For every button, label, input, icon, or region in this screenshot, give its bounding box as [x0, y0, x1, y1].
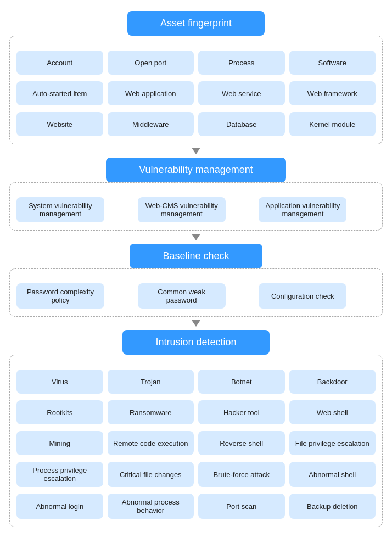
list-item: Hacker tool — [198, 400, 285, 424]
list-item: Port scan — [198, 494, 285, 519]
list-item: Critical file changes — [108, 462, 194, 487]
list-item: Backup deletion — [289, 494, 376, 519]
arrow-3 — [192, 320, 200, 327]
intrusion-grid-4: Process privilege escalation Critical fi… — [16, 462, 376, 487]
list-item: Account — [16, 51, 103, 75]
list-item: Open port — [108, 51, 194, 75]
vulnerability-management-section: System vulnerability management Web-CMS … — [9, 182, 383, 231]
list-item: Process — [198, 51, 285, 75]
diagram: Asset fingerprint Account Open port Proc… — [9, 11, 383, 532]
list-item: Abnormal login — [16, 494, 103, 519]
list-item: Software — [289, 51, 376, 75]
list-item: Web shell — [289, 400, 376, 424]
list-item: Remote code execution — [108, 431, 194, 455]
list-item: Virus — [16, 370, 103, 394]
list-item: Application vulnerability management — [259, 197, 346, 222]
vulnerability-grid: System vulnerability management Web-CMS … — [16, 197, 376, 222]
list-item: Reverse shell — [198, 431, 285, 455]
list-item: Common weak password — [138, 283, 226, 309]
list-item: Rootkits — [16, 400, 103, 424]
baseline-grid: Password complexity policy Common weak p… — [16, 283, 376, 309]
list-item: Botnet — [198, 370, 285, 394]
list-item: Website — [16, 112, 103, 136]
list-item: Brute-force attack — [198, 462, 285, 487]
intrusion-grid-1: Virus Trojan Botnet Backdoor — [16, 370, 376, 394]
asset-fingerprint-grid-3: Website Middleware Database Kernel modul… — [16, 112, 376, 136]
list-item: Kernel module — [289, 112, 376, 136]
vulnerability-management-header: Vulnerability management — [106, 158, 285, 182]
intrusion-grid-3: Mining Remote code execution Reverse she… — [16, 431, 376, 455]
baseline-check-section: Password complexity policy Common weak p… — [9, 268, 383, 317]
list-item: Web-CMS vulnerability management — [138, 197, 226, 222]
list-item: Abnormal shell — [289, 462, 376, 487]
intrusion-detection-header: Intrusion detection — [122, 330, 269, 355]
list-item: Configuration check — [259, 283, 346, 309]
list-item: File privilege escalation — [289, 431, 376, 455]
intrusion-detection-section: Virus Trojan Botnet Backdoor Rootkits Ra… — [9, 355, 383, 527]
list-item: Database — [198, 112, 285, 136]
arrow-2 — [192, 234, 200, 240]
arrow-1 — [192, 148, 200, 154]
list-item: System vulnerability management — [16, 197, 104, 222]
list-item: Ransomware — [108, 400, 194, 424]
baseline-check-header: Baseline check — [130, 244, 262, 268]
list-item: Web application — [108, 81, 194, 105]
list-item: Password complexity policy — [16, 283, 104, 309]
asset-fingerprint-header: Asset fingerprint — [127, 11, 265, 36]
list-item: Web service — [198, 81, 285, 105]
list-item: Process privilege escalation — [16, 462, 103, 487]
list-item: Middleware — [108, 112, 194, 136]
list-item: Auto-started item — [16, 81, 103, 105]
intrusion-grid-2: Rootkits Ransomware Hacker tool Web shel… — [16, 400, 376, 424]
list-item: Mining — [16, 431, 103, 455]
asset-fingerprint-section: Account Open port Process Software Auto-… — [9, 36, 383, 144]
intrusion-grid-5: Abnormal login Abnormal process behavior… — [16, 494, 376, 519]
list-item: Backdoor — [289, 370, 376, 394]
asset-fingerprint-grid-1: Account Open port Process Software — [16, 51, 376, 75]
list-item: Trojan — [108, 370, 194, 394]
list-item: Abnormal process behavior — [108, 494, 194, 519]
asset-fingerprint-grid-2: Auto-started item Web application Web se… — [16, 81, 376, 105]
list-item: Web framework — [289, 81, 376, 105]
